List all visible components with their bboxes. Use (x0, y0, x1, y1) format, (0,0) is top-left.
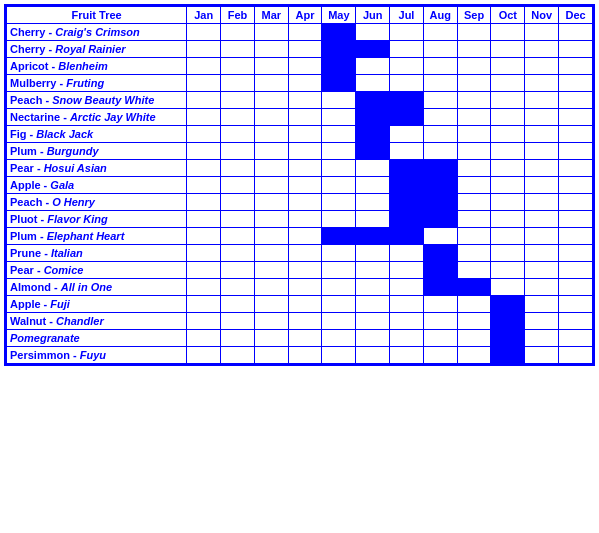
month-cell-10 (525, 228, 559, 245)
month-cell-1 (221, 92, 255, 109)
fruit-name-cell: Persimmon - Fuyu (7, 347, 187, 364)
month-cell-6 (390, 92, 424, 109)
month-cell-9 (491, 75, 525, 92)
month-cell-9 (491, 262, 525, 279)
month-cell-11 (559, 160, 593, 177)
month-cell-2 (254, 228, 288, 245)
month-cell-8 (457, 211, 491, 228)
month-cell-3 (288, 126, 322, 143)
month-cell-5 (356, 245, 390, 262)
fruit-name-cell: Prune - Italian (7, 245, 187, 262)
month-cell-2 (254, 126, 288, 143)
month-cell-6 (390, 75, 424, 92)
fruit-type: Peach - (10, 196, 52, 208)
fruit-type: Pear - (10, 162, 44, 174)
month-cell-11 (559, 330, 593, 347)
month-cell-6 (390, 58, 424, 75)
month-cell-1 (221, 126, 255, 143)
month-cell-5 (356, 177, 390, 194)
month-cell-3 (288, 296, 322, 313)
month-cell-5 (356, 75, 390, 92)
month-cell-4 (322, 194, 356, 211)
month-cell-5 (356, 194, 390, 211)
month-cell-6 (390, 126, 424, 143)
fruit-variety: O Henry (52, 196, 95, 208)
month-cell-0 (187, 194, 221, 211)
month-cell-10 (525, 211, 559, 228)
month-cell-1 (221, 245, 255, 262)
month-cell-8 (457, 109, 491, 126)
month-feb: Feb (221, 7, 255, 24)
fruit-variety: Hosui Asian (44, 162, 107, 174)
month-cell-7 (423, 313, 457, 330)
table-row: Pomegranate (7, 330, 593, 347)
month-cell-7 (423, 143, 457, 160)
month-cell-7 (423, 24, 457, 41)
month-cell-8 (457, 347, 491, 364)
month-cell-8 (457, 143, 491, 160)
month-cell-0 (187, 330, 221, 347)
month-cell-8 (457, 313, 491, 330)
fruit-name-cell: Mulberry - Fruting (7, 75, 187, 92)
month-jun: Jun (356, 7, 390, 24)
month-cell-4 (322, 262, 356, 279)
month-cell-2 (254, 347, 288, 364)
table-row: Almond - All in One (7, 279, 593, 296)
header-row: Fruit Tree Jan Feb Mar Apr May Jun Jul A… (7, 7, 593, 24)
fruit-tree-chart: Fruit Tree Jan Feb Mar Apr May Jun Jul A… (4, 4, 595, 366)
month-cell-2 (254, 41, 288, 58)
fruit-name-cell: Apple - Fuji (7, 296, 187, 313)
month-cell-9 (491, 211, 525, 228)
month-cell-8 (457, 92, 491, 109)
month-cell-4 (322, 296, 356, 313)
fruit-variety: Royal Rainier (55, 43, 125, 55)
month-sep: Sep (457, 7, 491, 24)
month-cell-1 (221, 228, 255, 245)
fruit-variety: Snow Beauty White (52, 94, 154, 106)
month-cell-10 (525, 143, 559, 160)
month-cell-7 (423, 109, 457, 126)
fruit-variety: All in One (61, 281, 112, 293)
month-cell-10 (525, 296, 559, 313)
fruit-name-cell: Pluot - Flavor King (7, 211, 187, 228)
month-cell-5 (356, 41, 390, 58)
month-cell-6 (390, 24, 424, 41)
fruit-type: Mulberry - (10, 77, 66, 89)
month-cell-0 (187, 177, 221, 194)
month-cell-11 (559, 296, 593, 313)
month-cell-5 (356, 126, 390, 143)
table-row: Nectarine - Arctic Jay White (7, 109, 593, 126)
fruit-name-cell: Peach - O Henry (7, 194, 187, 211)
month-cell-1 (221, 313, 255, 330)
month-cell-7 (423, 347, 457, 364)
month-oct: Oct (491, 7, 525, 24)
month-cell-4 (322, 92, 356, 109)
month-cell-4 (322, 75, 356, 92)
month-cell-3 (288, 330, 322, 347)
month-cell-2 (254, 58, 288, 75)
month-cell-0 (187, 126, 221, 143)
fruit-tree-header: Fruit Tree (7, 7, 187, 24)
table-row: Apple - Gala (7, 177, 593, 194)
month-cell-11 (559, 245, 593, 262)
month-may: May (322, 7, 356, 24)
month-cell-6 (390, 347, 424, 364)
month-cell-2 (254, 109, 288, 126)
month-cell-5 (356, 211, 390, 228)
month-cell-7 (423, 75, 457, 92)
month-cell-1 (221, 262, 255, 279)
table-row: Peach - Snow Beauty White (7, 92, 593, 109)
month-cell-11 (559, 313, 593, 330)
month-cell-3 (288, 262, 322, 279)
month-cell-11 (559, 194, 593, 211)
month-cell-4 (322, 313, 356, 330)
month-cell-7 (423, 58, 457, 75)
month-cell-2 (254, 92, 288, 109)
month-cell-8 (457, 228, 491, 245)
month-cell-7 (423, 262, 457, 279)
fruit-type: Apricot - (10, 60, 58, 72)
month-cell-3 (288, 109, 322, 126)
month-cell-7 (423, 245, 457, 262)
month-cell-6 (390, 313, 424, 330)
table-row: Pluot - Flavor King (7, 211, 593, 228)
